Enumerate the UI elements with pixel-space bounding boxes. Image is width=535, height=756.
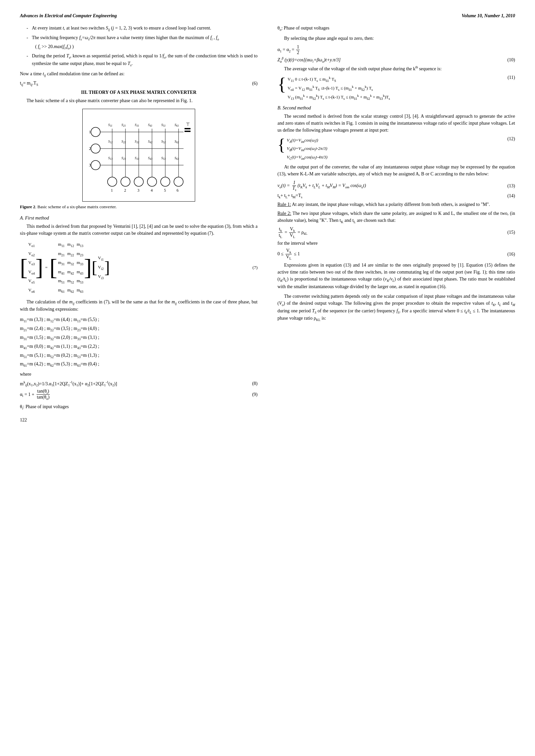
equation-13: vo(t) = 1 Ts (tKVk + tLVL + tMVM) = Vom … — [277, 180, 515, 192]
section-intro: The basic scheme of a six-phase matrix c… — [20, 97, 258, 104]
method-b-para1: The second method is derived from the sc… — [277, 113, 515, 134]
eq11-content: { V11 0 ≤ t-(k-1) Ts ≤ mδ1k TS Voδ = V12… — [277, 75, 498, 102]
eq10-content: Zαβ (y)(t)=cos[(αωi+βωo)t+y.π/3] — [277, 57, 498, 63]
svg-text:S42: S42 — [148, 140, 152, 144]
svg-text:S43: S43 — [148, 156, 152, 160]
equation-8: mkij(x1,x2)=1/3.α1[1+2QZ1-1(x1)]+ α2[1+2… — [20, 380, 258, 387]
equation-12: { VA(t)=Vimcos(ωit) VB(t)=Vimcos(ωit-2π/… — [277, 136, 515, 162]
right-column: θo: Phase of output voltages By selectin… — [274, 25, 515, 423]
svg-text:S53: S53 — [161, 156, 166, 160]
svg-text:4: 4 — [151, 188, 153, 193]
svg-text:S61: S61 — [175, 123, 179, 127]
svg-text:S31: S31 — [135, 123, 139, 127]
equation-9: αi = 1 + tan(θi) tan(θo) (9) — [20, 389, 258, 401]
eq9-content: αi = 1 + tan(θi) tan(θo) — [20, 389, 241, 401]
equation-6: tij= mij.TS (6) — [20, 81, 258, 87]
switching-para: The converter switching pattern depends … — [277, 293, 515, 322]
eq15-content: tk tL = Vk VL = ρkL — [277, 226, 498, 239]
coeff-para: The calculation of the mij coefficients … — [20, 298, 258, 313]
journal-name: Advances in Electrical and Computer Engi… — [20, 13, 117, 19]
eq6-content: tij= mij.TS — [20, 81, 241, 87]
svg-text:5: 5 — [164, 188, 166, 193]
svg-text:3: 3 — [137, 188, 139, 193]
eq11-number: (11) — [498, 75, 515, 80]
method-a-para1: This method is derived from that propose… — [20, 223, 258, 237]
eq13-content: vo(t) = 1 Ts (tKVk + tLVL + tMVM) = Vom … — [277, 180, 498, 192]
figure-container: 1 2 3 S11 S21 S31 S41 S51 S61 S12 S22 S3… — [20, 109, 258, 210]
left-column: At every instant t, at least two switche… — [20, 25, 261, 423]
svg-text:1: 1 — [89, 130, 91, 134]
list-item: The switching frequency fs=ωs/2π must ha… — [27, 34, 258, 51]
output-port-para: At the output port of the converter, the… — [277, 163, 515, 177]
expressions-para: Expressions given in equation (13) and 1… — [277, 262, 515, 290]
equation-11: { V11 0 ≤ t-(k-1) Ts ≤ mδ1k TS Voδ = V12… — [277, 75, 515, 102]
svg-text:2: 2 — [124, 188, 126, 193]
subsec-a-title: A. First method — [20, 215, 258, 221]
bullet-list: At every instant t, at least two switche… — [20, 25, 258, 68]
list-item: At every instant t, at least two switche… — [27, 25, 258, 32]
equation-16: 0 ≤ Vk VL ≤ 1 (16) — [277, 248, 515, 260]
equation-15: tk tL = Vk VL = ρkL (15) — [277, 226, 515, 239]
alpha-eq: α1 = α2 = 1 2 — [277, 44, 515, 55]
svg-text:6: 6 — [177, 188, 179, 193]
eq14-number: (14) — [498, 193, 515, 199]
figure-box: 1 2 3 S11 S21 S31 S41 S51 S61 S12 S22 S3… — [82, 109, 195, 202]
svg-text:1: 1 — [111, 188, 113, 193]
subsec-b-title: B. Second method — [277, 104, 515, 111]
svg-text:S52: S52 — [161, 140, 166, 144]
svg-point-40 — [161, 177, 170, 186]
page-header: Advances in Electrical and Computer Engi… — [20, 13, 515, 19]
modulation-intro: Now a time tij called modulation time ca… — [20, 70, 258, 78]
avg-para: The average value of the voltage of the … — [277, 65, 515, 72]
figure-svg: 1 2 3 S11 S21 S31 S41 S51 S61 S12 S22 S3… — [86, 112, 192, 198]
eq14-content: tk+ tL+ tM=Ts — [277, 193, 498, 199]
svg-text:S21: S21 — [121, 123, 126, 127]
rule2: Rule 2: The two input phase voltages, wh… — [277, 210, 515, 224]
svg-point-39 — [147, 177, 157, 186]
svg-text:S63: S63 — [175, 156, 179, 160]
equation-14: tk+ tL+ tM=Ts (14) — [277, 193, 515, 199]
m-expressions: m11=m (3,3) ; m12=m (4,4) ; m13=m (5,5) … — [20, 315, 258, 369]
where-label: where — [20, 371, 258, 378]
svg-point-38 — [134, 177, 143, 186]
volume-info: Volume 10, Number 1, 2010 — [462, 13, 515, 19]
eq12-content: { VA(t)=Vimcos(ωit) VB(t)=Vimcos(ωit-2π/… — [277, 136, 498, 162]
eq12-number: (12) — [498, 136, 515, 142]
eq15-number: (15) — [498, 230, 515, 235]
svg-text:S13: S13 — [108, 156, 113, 160]
eq13-number: (13) — [498, 183, 515, 189]
alpha-content: α1 = α2 = 1 2 — [277, 44, 515, 55]
svg-point-0 — [91, 127, 100, 137]
svg-text:S32: S32 — [135, 140, 139, 144]
eq10-number: (10) — [498, 57, 515, 63]
matrix-equation-7: [ Vo1 Vo2 Vo3 Vo4 Vo5 Vo6 ] = [ m11m12m1… — [20, 240, 258, 295]
eq16-content: 0 ≤ Vk VL ≤ 1 — [277, 248, 498, 260]
svg-rect-34 — [185, 131, 191, 132]
eq16-number: (16) — [498, 252, 515, 257]
svg-text:S62: S62 — [175, 140, 179, 144]
figure-caption: Figure 2. Basic scheme of a six-phase ma… — [20, 204, 258, 210]
eq6-number: (6) — [241, 81, 258, 86]
rule1: Rule 1: At any instant, the input phase … — [277, 201, 515, 208]
eq8-content: mkij(x1,x2)=1/3.α1[1+2QZ1-1(x1)]+ α2[1+2… — [20, 380, 241, 387]
svg-point-37 — [121, 177, 130, 186]
svg-text:S41: S41 — [148, 123, 152, 127]
svg-text:3: 3 — [89, 163, 91, 167]
svg-text:S33: S33 — [135, 156, 139, 160]
equation-10: Zαβ (y)(t)=cos[(αωi+βωo)t+y.π/3] (10) — [277, 57, 515, 63]
svg-text:2: 2 — [89, 146, 91, 151]
section-title: III. THEORY OF A SIX PHASE MATRIX CONVER… — [20, 90, 258, 95]
theta-i: θi: Phase of input voltages — [20, 403, 258, 411]
list-item: During the period Ts, known as sequentia… — [27, 52, 258, 68]
svg-rect-33 — [185, 128, 191, 129]
svg-point-36 — [108, 177, 117, 186]
page-number: 122 — [20, 417, 258, 423]
svg-text:S11: S11 — [108, 123, 112, 127]
svg-point-1 — [91, 144, 100, 153]
phase-angle-para: By selecting the phase angle equal to ze… — [277, 35, 515, 42]
svg-text:S12: S12 — [108, 140, 113, 144]
theta-o: θo: Phase of output voltages — [277, 25, 515, 32]
svg-text:S22: S22 — [121, 140, 126, 144]
svg-text:S23: S23 — [121, 156, 126, 160]
eq9-number: (9) — [241, 392, 258, 397]
